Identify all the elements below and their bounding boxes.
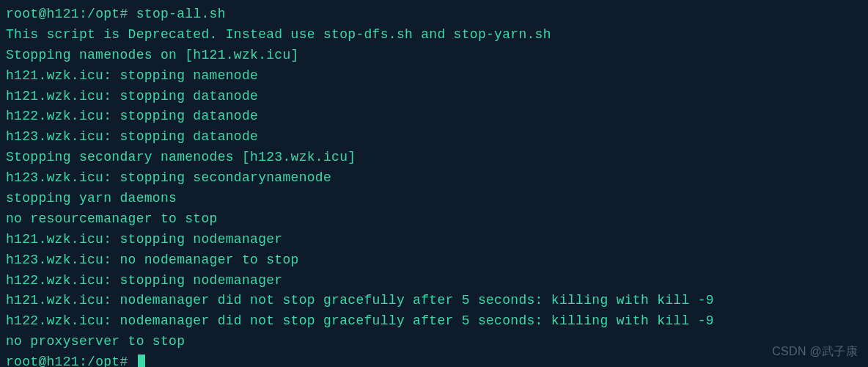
prompt-sep: # xyxy=(119,355,128,367)
terminal-output-line: h121.wzk.icu: stopping nodemanager xyxy=(6,230,862,250)
prompt-user-host: root@h121 xyxy=(6,355,79,367)
prompt-user-host: root@h121 xyxy=(6,7,79,21)
terminal-output-line: h121.wzk.icu: stopping namenode xyxy=(6,66,862,87)
terminal-output-line: h122.wzk.icu: stopping nodemanager xyxy=(6,271,862,291)
terminal-output-line: h121.wzk.icu: nodemanager did not stop g… xyxy=(6,291,862,311)
terminal-output-line: Stopping secondary namenodes [h123.wzk.i… xyxy=(6,148,862,168)
cursor-icon xyxy=(138,355,145,367)
prompt-path: /opt xyxy=(87,7,119,21)
terminal-output-line: h123.wzk.icu: stopping datanode xyxy=(6,127,862,148)
terminal-output-line: no resourcemanager to stop xyxy=(6,209,862,230)
watermark-text: CSDN @武子康 xyxy=(772,343,858,361)
terminal-output-line: h122.wzk.icu: stopping datanode xyxy=(6,106,862,127)
prompt-line-1: root@h121:/opt# stop-all.sh xyxy=(6,4,862,25)
terminal-output-line: h123.wzk.icu: no nodemanager to stop xyxy=(6,250,862,271)
prompt-line-2: root@h121:/opt# xyxy=(6,352,862,367)
terminal-output-line: no proxyserver to stop xyxy=(6,332,862,352)
terminal-output-line: h123.wzk.icu: stopping secondarynamenode xyxy=(6,168,862,189)
terminal-output-line: h121.wzk.icu: stopping datanode xyxy=(6,87,862,107)
prompt-path: /opt xyxy=(87,355,119,367)
terminal-output-line: stopping yarn daemons xyxy=(6,189,862,209)
terminal-output-line: This script is Deprecated. Instead use s… xyxy=(6,25,862,46)
terminal-output-line: Stopping namenodes on [h121.wzk.icu] xyxy=(6,46,862,66)
prompt-sep: # xyxy=(119,7,128,21)
terminal-output-line: h122.wzk.icu: nodemanager did not stop g… xyxy=(6,311,862,332)
command-input[interactable]: stop-all.sh xyxy=(136,7,226,21)
